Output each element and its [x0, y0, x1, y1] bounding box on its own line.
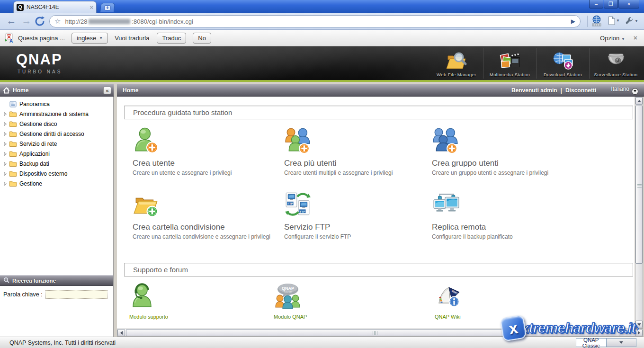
- wizard-item-servizio-ftp[interactable]: FTPFTP Servizio FTP Configurare il servi…: [284, 191, 431, 240]
- sidebar-item-label: Dispositivo esterno: [19, 170, 67, 177]
- navigation-tree: Panoramica Amministrazione di sistema Ge…: [0, 97, 113, 188]
- qnap-logo-subtitle: TURBO NAS: [18, 69, 62, 74]
- options-dropdown[interactable]: Opzion ▼: [600, 35, 625, 42]
- expand-arrow-icon[interactable]: [2, 132, 8, 136]
- search-title: Ricerca funzione: [12, 278, 56, 284]
- scroll-left-button[interactable]: [117, 329, 125, 336]
- app-download-station[interactable]: Download Station: [536, 48, 589, 79]
- chevron-down-icon: ▼: [621, 37, 625, 41]
- support-item-modulo-qnap[interactable]: QNAPTurbo NAS Modulo QNAP: [274, 282, 397, 320]
- welcome-text: Benvenuti admin: [511, 87, 557, 94]
- support-item-label: Modulo QNAP: [274, 314, 397, 320]
- expand-arrow-icon[interactable]: [2, 152, 8, 156]
- group-add-icon: [432, 127, 579, 156]
- support-item-qnap-wiki[interactable]: WIKI QNAP Wiki: [435, 282, 558, 320]
- wizard-item-title: Servizio FTP: [284, 223, 431, 232]
- qnap-header: QNAP TURBO NAS Web File Manager Multimed…: [0, 46, 644, 82]
- sidebar-item-label: Servizio di rete: [19, 141, 57, 147]
- expand-arrow-icon[interactable]: [2, 172, 8, 176]
- translate-page-indicator-icon[interactable]: [591, 15, 602, 27]
- browser-titlebar: Q NASC4F14E × + – ❐ ×: [0, 0, 644, 13]
- xtremehardware-logo-icon: x: [500, 314, 527, 341]
- address-bar[interactable]: ☆ http://28 :8080/cgi-bin/index.cgi ▶: [49, 15, 581, 27]
- minimize-button[interactable]: –: [589, 0, 603, 9]
- new-tab-button[interactable]: +: [100, 3, 115, 12]
- sidebar-item-panoramica[interactable]: Panoramica: [0, 99, 113, 109]
- expand-arrow-icon[interactable]: [2, 112, 8, 116]
- language-selector[interactable]: Italiano: [611, 86, 638, 95]
- sidebar-item-label: Gestione: [19, 180, 42, 187]
- forward-button[interactable]: →: [19, 14, 34, 28]
- main-title: Home: [123, 87, 138, 94]
- wizard-item-crea-cartella-condivisione[interactable]: Crea cartella condivisione Creare una ca…: [133, 191, 279, 240]
- tab-title: NASC4F14E: [27, 4, 87, 10]
- sidebar-item-label: Backup dati: [19, 161, 49, 167]
- folder-icon: [8, 131, 18, 137]
- wizard-item-crea-piu-utenti[interactable]: Crea più utenti Creare utenti multipli e…: [284, 127, 431, 176]
- wizard-item-replica-remota[interactable]: Replica remota Configurare il backup pia…: [432, 191, 579, 240]
- vertical-scrollbar[interactable]: [635, 97, 643, 329]
- bookmark-star-icon[interactable]: ☆: [54, 17, 61, 26]
- scroll-up-button[interactable]: [635, 97, 643, 105]
- wizard-item-crea-utente[interactable]: Crea utente Creare un utente e assegnare…: [133, 127, 279, 176]
- sidebar-item-backup-dati[interactable]: Backup dati: [0, 159, 113, 169]
- language-dropdown[interactable]: inglese ▼: [72, 33, 108, 44]
- svg-text:QNAP: QNAP: [282, 286, 294, 291]
- sidebar-item-gestione[interactable]: Gestione: [0, 178, 113, 188]
- user-add-icon: [133, 127, 279, 156]
- sidebar-item-amministrazione-di-sistema[interactable]: Amministrazione di sistema: [0, 109, 113, 119]
- search-icon: [3, 277, 9, 284]
- browser-tab[interactable]: Q NASC4F14E ×: [13, 1, 97, 13]
- app-surveillance-station[interactable]: Surveillance Station: [589, 48, 642, 79]
- web-file-manager-icon: [446, 51, 467, 71]
- sidebar-item-gestione-diritti-di-accesso[interactable]: Gestione diritti di accesso: [0, 129, 113, 139]
- back-button[interactable]: ←: [4, 14, 19, 28]
- folder-icon: [8, 170, 18, 177]
- main-content: Procedura guidata turbo station Crea ute…: [117, 97, 635, 329]
- sidebar-item-label: Gestione diritti di accesso: [19, 131, 84, 137]
- svg-text:Turbo NAS: Turbo NAS: [284, 291, 292, 293]
- url-text: http://28 :8080/cgi-bin/index.cgi: [65, 18, 193, 25]
- expand-arrow-icon[interactable]: [2, 142, 8, 146]
- qnap-favicon-icon: Q: [17, 4, 24, 11]
- wizard-item-desc: Configurare il servizio FTP: [284, 233, 431, 240]
- translate-prompt: Vuoi tradurla: [115, 35, 149, 42]
- wizard-item-title: Crea cartella condivisione: [133, 223, 279, 232]
- vertical-scrollbar-thumb[interactable]: [635, 106, 643, 264]
- wizard-item-crea-gruppo-utenti[interactable]: Crea gruppo utenti Creare un gruppo uten…: [432, 127, 579, 176]
- close-translate-bar-icon[interactable]: ×: [634, 34, 637, 42]
- no-translate-button[interactable]: No: [193, 33, 211, 44]
- sidebar-item-gestione-disco[interactable]: Gestione disco: [0, 119, 113, 129]
- shared-folder-add-icon: [133, 191, 279, 220]
- language-dropdown-icon[interactable]: [632, 88, 638, 95]
- collapse-sidebar-button[interactable]: «: [103, 87, 111, 94]
- close-button[interactable]: ×: [618, 0, 639, 9]
- wizard-item-title: Crea più utenti: [284, 159, 431, 168]
- support-item-modulo-supporto[interactable]: Modulo supporto: [129, 282, 252, 320]
- sidebar-item-applicazioni[interactable]: Applicazioni: [0, 149, 113, 159]
- settings-wrench-button[interactable]: ▼: [625, 17, 638, 25]
- app-web-file-manager[interactable]: Web File Manager: [430, 48, 483, 79]
- sidebar-item-servizio-di-rete[interactable]: Servizio di rete: [0, 139, 113, 149]
- expand-arrow-icon[interactable]: [2, 162, 8, 166]
- app-multimedia-station[interactable]: Multimedia Station: [483, 48, 536, 79]
- go-button[interactable]: ▶: [571, 18, 575, 25]
- sidebar-item-dispositivo-esterno[interactable]: Dispositivo esterno: [0, 169, 113, 178]
- keyword-input[interactable]: [45, 290, 107, 299]
- svg-text:A: A: [9, 38, 13, 43]
- window-controls: – ❐ ×: [589, 0, 639, 9]
- expand-arrow-icon[interactable]: [2, 182, 8, 186]
- wizard-item-title: Replica remota: [432, 223, 579, 232]
- keyword-label: Parola chiave :: [3, 291, 43, 298]
- restore-button[interactable]: ❐: [604, 0, 618, 9]
- expand-arrow-icon[interactable]: [2, 122, 8, 126]
- page-menu-button[interactable]: ▼: [608, 16, 620, 25]
- url-censored-blur: [89, 19, 130, 24]
- logout-link[interactable]: Disconnetti: [565, 87, 596, 94]
- reload-button[interactable]: [34, 15, 47, 27]
- chevron-down-icon: ▼: [99, 36, 103, 40]
- language-value: inglese: [77, 35, 96, 42]
- translate-button[interactable]: Traduc: [157, 33, 186, 44]
- tab-close-icon[interactable]: ×: [89, 4, 93, 11]
- separator: |: [561, 87, 562, 94]
